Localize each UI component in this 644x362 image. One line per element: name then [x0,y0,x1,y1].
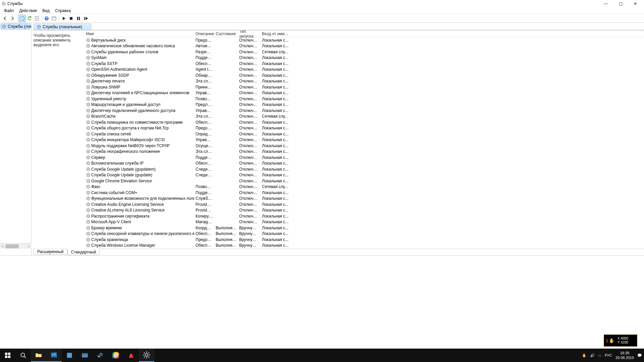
service-row[interactable]: Обнаружение SSDPОбнаруж...ОтключенаЛокал… [85,72,644,78]
service-row[interactable]: Ловушка SNMPПринима...ОтключенаЛокальная… [85,84,644,90]
tab-standard[interactable]: Стандартный [67,249,100,255]
tray-language[interactable]: РУС [605,353,612,357]
tray-bloody-icon[interactable]: ✋ [582,353,587,358]
app-taskbar-2[interactable] [77,349,93,362]
service-row[interactable]: Вспомогательная служба IPОбеспеч...Отклю… [85,161,644,167]
col-state[interactable]: Состояние [214,31,238,37]
service-row[interactable]: SysMainПоддерж...ОтключенаЛокальная с... [85,55,644,61]
tree-horizontal-scrollbar[interactable]: ‹ › [0,243,32,249]
tray-clock[interactable]: 18:39 20.08.2019 [615,351,634,360]
help-button[interactable]: ? [43,15,50,22]
service-row[interactable]: Служба Google Update (gupdate)Следите ..… [85,172,644,178]
service-row[interactable]: Автоматическое обновление часового пояса… [85,43,644,49]
service-row[interactable]: Диспетчер подключений удаленного доступа… [85,108,644,114]
menu-help[interactable]: Справка [52,8,73,14]
show-hide-button[interactable] [18,15,26,22]
app-taskbar-1[interactable] [62,349,77,362]
menu-view[interactable]: Вид [40,8,52,14]
service-row[interactable]: Функциональные возможности для подключен… [85,196,644,202]
service-logon: Локальная с... [261,149,395,154]
service-row[interactable]: СерверПоддерж...ОтключенаЛокальная с... [85,155,644,161]
nav-forward-button[interactable] [9,15,16,22]
tab-extended[interactable]: Расширенный [34,249,67,255]
start-button[interactable] [0,349,15,362]
menu-file[interactable]: Файл [1,8,17,14]
service-row[interactable]: Служба хранилищаПредост...Выполняет...Вр… [85,237,644,243]
chrome-taskbar[interactable] [108,349,123,362]
tray-volume-icon[interactable]: 🔊 [590,353,595,358]
service-desc: Предлага... [194,102,214,107]
refresh-button[interactable] [26,15,33,22]
service-row[interactable]: Служба Google Update (gupdatem)Следите .… [85,166,644,172]
service-row[interactable]: Creative Audio Engine Licensing ServiceP… [85,201,644,207]
service-row[interactable]: Microsoft App-V ClientManages...Отключен… [85,219,644,225]
search-button[interactable] [15,349,31,362]
file-explorer-taskbar[interactable] [31,349,46,362]
service-row[interactable]: Диспетчер платежей и NFC/защищенных элем… [85,90,644,96]
menu-action[interactable]: Действие [17,8,40,14]
service-row[interactable]: Служба общего доступа к портам Net.TcpПр… [85,125,644,131]
service-row[interactable]: Маршрутизация и удаленный доступПредлага… [85,102,644,108]
nav-back-button[interactable] [1,15,9,22]
tray-nvidia-icon[interactable]: ▭ [598,353,601,358]
task-manager-taskbar[interactable] [46,349,62,362]
minimize-button[interactable]: — [598,0,613,7]
services-mmc-taskbar[interactable] [139,349,154,362]
service-name: BranchCache [91,114,116,119]
stop-service-button[interactable] [67,15,75,22]
export-button[interactable] [33,15,41,22]
service-row[interactable]: Служба Windows License ManagerОбеспеч...… [85,243,644,249]
service-row[interactable]: Службы удаленных рабочих столовРазреша..… [85,49,644,55]
scroll-right-icon[interactable]: › [26,244,32,249]
svg-rect-8 [52,17,56,20]
service-icon [86,108,91,113]
service-row[interactable]: BranchCacheЭта служ...ОтключенаСетевая с… [85,114,644,120]
service-row[interactable]: Google Chrome Elevation ServiceОтключена… [85,178,644,184]
service-row[interactable]: Диспетчер печатиЭта служ...ОтключенаЛока… [85,78,644,84]
service-row[interactable]: Служба списка сетейОпредел...ОтключенаЛо… [85,131,644,137]
restart-service-button[interactable] [82,15,90,22]
col-logon[interactable]: Вход от име... [261,31,644,37]
col-name[interactable]: Имя [85,31,194,37]
service-logon: Сетевая слу... [261,184,395,189]
service-row[interactable]: Виртуальный дискПредост...ОтключенаЛокал… [85,37,644,43]
service-row[interactable]: Распространение сертификатаКопируе...Отк… [85,213,644,219]
start-service-button[interactable] [60,15,67,22]
service-row[interactable]: Удаленный реестрПозволя...ОтключенаЛокал… [85,96,644,102]
service-logon: Локальная с... [261,38,395,43]
service-logon: Локальная с... [261,132,395,136]
pause-service-button[interactable] [75,15,82,22]
col-description[interactable]: Описание [194,31,214,37]
service-row[interactable]: OpenSSH Authentication AgentAgent to ...… [85,67,644,73]
service-row[interactable]: Служба географического положенияЭта служ… [85,149,644,155]
steam-taskbar[interactable] [93,349,108,362]
tray-notifications-icon[interactable]: 💬 [637,353,642,358]
service-row[interactable]: Служба SSTPОбеспеч...ОтключенаЛокальная … [85,61,644,67]
service-row[interactable]: Служба сенсорной клавиатуры и панели рук… [85,231,644,237]
service-desc: Provides l... [194,208,214,213]
service-row[interactable]: Creative ALchemy AL6 Licensing ServicePr… [85,207,644,214]
service-row[interactable]: Система событий COM+Поддерж...ОтключенаЛ… [85,190,644,196]
maximize-button[interactable]: ▢ [613,0,628,7]
service-row[interactable]: ФаксПозволя...ОтключенаСетевая слу... [85,184,644,190]
close-button[interactable]: ✕ [628,0,643,7]
service-desc: Поддерж... [194,155,214,160]
service-row[interactable]: Модуль поддержки NetBIOS через TCP/IPОсу… [85,143,644,149]
properties-button[interactable] [50,15,58,22]
service-desc: Обеспеч... [194,61,214,66]
hand-icon: ✋ [609,338,614,343]
col-startup[interactable]: Тип запуска [238,31,261,37]
bloody-taskbar[interactable] [123,349,139,362]
service-row[interactable]: Служба инициатора Майкрософт iSCSIУправл… [85,137,644,143]
tab-services-local[interactable]: Службы (локальные) [34,23,91,30]
scroll-left-icon[interactable]: ‹ [0,244,5,249]
service-logon: Сетевая слу... [261,114,395,119]
service-start: Отключена [238,214,261,219]
service-logon: Локальная с... [261,190,395,195]
service-start: Отключена [238,202,261,207]
service-logon: Локальная с... [261,214,395,219]
service-row[interactable]: Служба помощника по совместимости програ… [85,119,644,125]
service-row[interactable]: Брокер времениКоордин...Выполняет...Вруч… [85,225,644,231]
service-name: Ловушка SNMP [91,85,120,89]
tree-root-services[interactable]: Службы (локал [1,23,31,29]
